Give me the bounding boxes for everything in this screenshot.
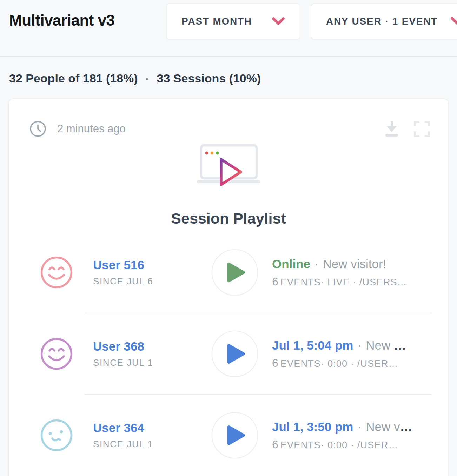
card-title: Session Playlist [9,210,448,227]
meta-detail: EVENTS· 0:00 · /USER… [280,440,398,450]
clipped-pink-accent-icon [450,16,457,27]
event-count: 6 [272,438,278,451]
play-session-button[interactable] [212,412,258,458]
status-secondary: New visitor! [323,257,386,271]
people-stat: 32 People of 181 (18%) [9,72,138,85]
download-button[interactable] [383,120,400,138]
session-status: Online·New visitor! 6EVENTS· LIVE · /USE… [272,257,431,288]
status-separator: · [357,338,362,352]
event-count: 6 [272,357,278,369]
fullscreen-button[interactable] [400,120,431,138]
meta-detail: EVENTS· LIVE · /USERS… [280,277,407,287]
user-link[interactable]: User 364 [93,421,144,435]
since-label: SINCE JUL 6 [93,276,191,287]
user-link[interactable]: User 368 [93,339,144,353]
session-meta: 6EVENTS· 0:00 · /USER… [272,357,431,370]
page-header: Multivariant v3 PAST MONTH ANY USER · 1 … [0,0,457,57]
status-separator: · [357,420,362,434]
user-link[interactable]: User 516 [93,258,144,272]
session-status: Jul 1, 3:50 pm·New v… 6EVENTS· 0:00 · /U… [272,419,431,451]
event-count: 6 [272,275,278,288]
status-secondary: New [366,338,390,352]
since-label: SINCE JUL 1 [93,438,191,450]
session-row: User 364 SINCE JUL 1 Jul 1, 3:50 pm·New … [9,395,448,476]
chevron-down-icon [272,17,285,26]
session-row: User 368 SINCE JUL 1 Jul 1, 5:04 pm·New … [9,313,448,394]
page-title: Multivariant v3 [9,12,115,29]
status-primary[interactable]: Jul 1, 5:04 pm [272,338,353,352]
clock-icon [29,120,47,138]
session-meta: 6EVENTS· 0:00 · /USER… [272,438,431,451]
fullscreen-icon [413,120,431,138]
last-updated-label: 2 minutes ago [57,123,126,135]
smiley-face-avatar [40,256,73,289]
date-range-label: PAST MONTH [181,16,252,27]
video-player-illustration [9,144,448,188]
session-status: Jul 1, 5:04 pm·New … 6EVENTS· 0:00 · /US… [272,338,431,370]
filter-label: ANY USER · 1 EVENT [326,16,438,27]
status-ellipsis: … [394,338,407,352]
smiley-face-avatar [40,419,73,451]
download-icon [383,120,400,138]
since-label: SINCE JUL 1 [93,357,191,368]
date-range-button[interactable]: PAST MONTH [166,4,300,39]
card-toolbar: 2 minutes ago [9,99,448,138]
status-separator: · [314,257,319,271]
status-ellipsis: … [400,420,413,434]
smiley-face-avatar [40,338,73,370]
status-secondary: New v [366,420,400,434]
status-primary[interactable]: Online [272,257,310,271]
session-list: User 516 SINCE JUL 6 Online·New visitor!… [9,232,448,476]
stats-separator: · [146,73,149,85]
sessions-stat: 33 Sessions (10%) [157,72,261,85]
session-meta: 6EVENTS· LIVE · /USERS… [272,276,431,288]
session-row: User 516 SINCE JUL 6 Online·New visitor!… [9,232,448,313]
meta-detail: EVENTS· 0:00 · /USER… [280,358,398,369]
user-event-filter-button[interactable]: ANY USER · 1 EVENT [311,4,457,39]
session-playlist-card: 2 minutes ago [8,99,449,476]
play-session-button[interactable] [212,249,258,296]
play-session-button[interactable] [212,331,258,377]
funnel-stats: 32 People of 181 (18%) · 33 Sessions (10… [0,57,457,99]
status-primary[interactable]: Jul 1, 3:50 pm [272,420,353,434]
